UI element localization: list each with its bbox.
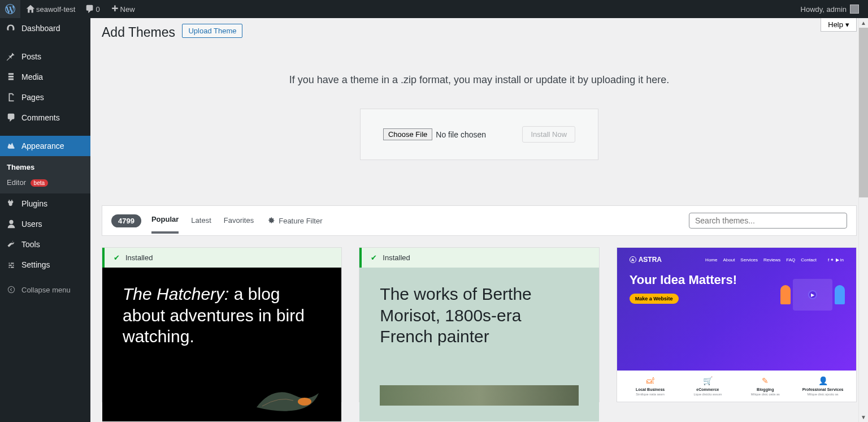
pencil-icon: ✎ bbox=[736, 376, 794, 385]
menu-settings[interactable]: Settings bbox=[0, 255, 90, 275]
settings-icon bbox=[6, 259, 17, 270]
menu-users[interactable]: Users bbox=[0, 214, 90, 234]
tab-latest[interactable]: Latest bbox=[191, 216, 211, 232]
admin-menu: Dashboard Posts Media Pages Comments App… bbox=[0, 18, 90, 422]
menu-label: Plugins bbox=[21, 199, 47, 208]
page-title: Add Themes bbox=[102, 25, 175, 40]
upload-panel: If you have a theme in a .zip format, yo… bbox=[102, 74, 857, 160]
wordpress-logo-icon bbox=[5, 3, 16, 15]
menu-label: Dashboard bbox=[21, 24, 60, 33]
theme-grid: ✔ Installed The Hatchery: a blog about a… bbox=[102, 247, 857, 402]
site-menu[interactable]: seawolf-test bbox=[20, 0, 80, 18]
vertical-scrollbar[interactable]: ▲ ▼ bbox=[858, 18, 868, 422]
users-icon bbox=[6, 218, 17, 230]
dashboard-icon bbox=[6, 23, 17, 34]
hero-illustration: ▶ bbox=[780, 279, 845, 311]
cart-icon: 🛒 bbox=[679, 376, 736, 385]
admin-bar: seawolf-test 0 New Howdy, admin bbox=[0, 0, 868, 18]
appearance-submenu: Themes Editor beta bbox=[0, 156, 90, 193]
menu-label: Users bbox=[21, 219, 42, 229]
theme-card[interactable]: AASTRA Home About Services Reviews FAQ C… bbox=[617, 247, 857, 402]
menu-label: Comments bbox=[21, 113, 60, 122]
installed-badge: ✔ Installed bbox=[102, 248, 341, 268]
theme-preview: The Hatchery: a blog about adventures in… bbox=[102, 268, 341, 421]
scroll-up-arrow-icon[interactable]: ▲ bbox=[859, 18, 868, 28]
menu-tools[interactable]: Tools bbox=[0, 234, 90, 255]
image-strip bbox=[380, 385, 578, 406]
theme-card[interactable]: ✔ Installed The Hatchery: a blog about a… bbox=[102, 247, 342, 402]
plus-icon bbox=[109, 3, 120, 15]
scroll-thumb[interactable] bbox=[859, 28, 868, 197]
comment-icon bbox=[84, 3, 96, 15]
menu-label: Settings bbox=[21, 260, 50, 269]
gear-icon bbox=[266, 216, 275, 226]
tab-favorites[interactable]: Favorites bbox=[224, 216, 254, 232]
new-content-menu[interactable]: New bbox=[105, 0, 140, 18]
pages-icon bbox=[6, 92, 17, 103]
menu-appearance[interactable]: Appearance bbox=[0, 136, 90, 156]
upload-theme-button[interactable]: Upload Theme bbox=[182, 24, 242, 38]
tab-popular[interactable]: Popular bbox=[151, 215, 179, 234]
menu-label: Media bbox=[21, 72, 43, 81]
installed-badge: ✔ Installed bbox=[359, 248, 598, 268]
chevron-down-icon: ▾ bbox=[845, 20, 849, 29]
scroll-down-arrow-icon[interactable]: ▼ bbox=[859, 412, 868, 422]
submenu-editor[interactable]: Editor beta bbox=[0, 175, 90, 190]
appearance-icon bbox=[6, 140, 17, 152]
menu-dashboard[interactable]: Dashboard bbox=[0, 18, 90, 38]
new-label: New bbox=[120, 5, 135, 14]
comments-menu[interactable]: 0 bbox=[80, 0, 104, 18]
menu-label: Pages bbox=[21, 93, 44, 102]
theme-count: 4799 bbox=[111, 214, 141, 227]
menu-media[interactable]: Media bbox=[0, 67, 90, 87]
search-themes-input[interactable] bbox=[689, 213, 847, 229]
menu-comments[interactable]: Comments bbox=[0, 107, 90, 128]
bird-illustration-icon bbox=[251, 379, 324, 419]
media-icon bbox=[6, 71, 17, 83]
choose-file-button[interactable]: Choose File bbox=[383, 128, 432, 140]
theme-card[interactable]: ✔ Installed The works of Berthe Morisot,… bbox=[359, 247, 599, 402]
site-name: seawolf-test bbox=[36, 5, 75, 14]
svg-point-1 bbox=[298, 398, 311, 406]
theme-preview: The works of Berthe Morisot, 1800s-era F… bbox=[359, 268, 598, 421]
theme-preview: AASTRA Home About Services Reviews FAQ C… bbox=[617, 248, 856, 402]
menu-pages[interactable]: Pages bbox=[0, 87, 90, 107]
home-icon bbox=[25, 3, 36, 15]
menu-label: Appearance bbox=[21, 141, 64, 150]
check-icon: ✔ bbox=[114, 253, 120, 262]
no-file-text: No file chosen bbox=[436, 130, 486, 139]
comments-count: 0 bbox=[96, 5, 99, 14]
beta-badge: beta bbox=[31, 179, 48, 187]
wp-logo-menu[interactable] bbox=[0, 0, 20, 18]
plugins-icon bbox=[6, 198, 17, 209]
tools-icon bbox=[6, 239, 17, 250]
filter-bar: 4799 Popular Latest Favorites Feature Fi… bbox=[102, 205, 857, 236]
install-now-button[interactable]: Install Now bbox=[522, 126, 575, 143]
collapse-menu[interactable]: Collapse menu bbox=[0, 279, 90, 300]
my-account[interactable]: Howdy, admin bbox=[796, 0, 863, 18]
check-icon: ✔ bbox=[371, 253, 377, 262]
comments-icon bbox=[6, 112, 17, 123]
avatar-icon bbox=[850, 5, 859, 14]
person-icon: 👤 bbox=[794, 376, 852, 385]
menu-plugins[interactable]: Plugins bbox=[0, 193, 90, 214]
feature-filter[interactable]: Feature Filter bbox=[266, 216, 322, 226]
sofa-icon: 🛋 bbox=[622, 376, 679, 385]
menu-label: Posts bbox=[21, 52, 41, 61]
menu-label: Tools bbox=[21, 240, 40, 249]
upload-message: If you have a theme in a .zip format, yo… bbox=[102, 74, 857, 86]
svg-point-0 bbox=[8, 286, 14, 292]
content-area: Help ▾ Add Themes Upload Theme If you ha… bbox=[90, 18, 868, 422]
help-tab[interactable]: Help ▾ bbox=[821, 18, 857, 32]
menu-posts[interactable]: Posts bbox=[0, 46, 90, 67]
howdy-text: Howdy, admin bbox=[801, 5, 847, 14]
submenu-themes[interactable]: Themes bbox=[0, 160, 90, 175]
pin-icon bbox=[6, 51, 17, 62]
collapse-icon bbox=[6, 284, 17, 295]
